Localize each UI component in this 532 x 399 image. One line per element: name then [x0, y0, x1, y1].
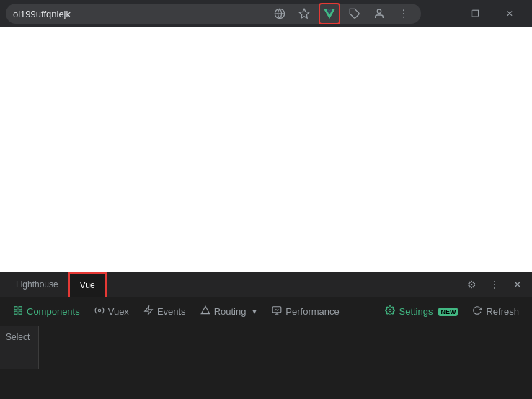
- select-label[interactable]: Select: [3, 329, 32, 345]
- svg-marker-13: [145, 306, 153, 315]
- settings-icon: [385, 305, 395, 318]
- vue-toolbar-routing[interactable]: Routing ▼: [193, 297, 265, 326]
- chrome-more-icon[interactable]: [394, 4, 414, 24]
- vue-toolbar-refresh[interactable]: Refresh: [465, 297, 526, 326]
- devtools-tab-actions: ⚙ ⋮ ✕: [463, 276, 526, 293]
- select-area: Select: [0, 326, 39, 369]
- svg-rect-15: [273, 307, 282, 313]
- window-controls: — ❐ ✕: [424, 0, 526, 27]
- routing-icon: [200, 305, 210, 318]
- refresh-icon: [472, 305, 482, 318]
- address-text: oi199uffqniejk: [13, 9, 265, 19]
- svg-point-5: [403, 9, 404, 11]
- svg-point-6: [403, 13, 404, 14]
- svg-point-12: [98, 309, 101, 312]
- performance-icon: [272, 305, 282, 318]
- components-icon: [13, 305, 23, 318]
- vue-toolbar-vuex[interactable]: Vuex: [87, 297, 136, 326]
- devtools-tabbar: Lighthouse Vue ⚙ ⋮ ✕: [0, 272, 532, 297]
- panel-main-area: [39, 326, 532, 369]
- svg-point-4: [377, 9, 381, 13]
- devtools-close-icon[interactable]: ✕: [509, 276, 526, 293]
- svg-rect-9: [19, 307, 22, 310]
- svg-point-16: [389, 309, 392, 312]
- chrome-topbar: oi199uffqniejk: [0, 0, 532, 27]
- page-content: [0, 27, 532, 272]
- profile-icon[interactable]: [369, 4, 389, 24]
- svg-rect-10: [19, 311, 22, 314]
- tab-vue[interactable]: Vue: [68, 272, 107, 297]
- minimize-button[interactable]: —: [424, 0, 457, 27]
- vue-toolbar-settings[interactable]: Settings NEW: [378, 297, 465, 326]
- svg-marker-2: [299, 9, 309, 18]
- extensions-icon[interactable]: [345, 4, 365, 24]
- devtools-settings-icon[interactable]: ⚙: [463, 276, 480, 293]
- vue-toolbar-components[interactable]: Components: [6, 297, 87, 326]
- settings-new-badge: NEW: [438, 308, 458, 316]
- vue-devtools-extension-icon[interactable]: [319, 3, 340, 24]
- tab-lighthouse[interactable]: Lighthouse: [6, 272, 68, 297]
- vue-toolbar-performance[interactable]: Performance: [265, 297, 346, 326]
- svg-marker-14: [201, 306, 210, 314]
- routing-chevron-icon: ▼: [251, 308, 257, 315]
- vue-panel-body: Select: [0, 326, 532, 369]
- vuex-icon: [94, 305, 105, 318]
- devtools-panel: Lighthouse Vue ⚙ ⋮ ✕ Components: [0, 272, 532, 399]
- vue-toolbar: Components Vuex Events: [0, 297, 532, 326]
- star-icon[interactable]: [294, 4, 314, 24]
- svg-point-7: [403, 17, 404, 18]
- maximize-button[interactable]: ❐: [458, 0, 492, 27]
- vue-toolbar-events[interactable]: Events: [136, 297, 193, 326]
- address-bar: oi199uffqniejk: [6, 4, 421, 24]
- close-button[interactable]: ✕: [493, 0, 526, 27]
- translate-icon[interactable]: [270, 4, 290, 24]
- svg-rect-11: [14, 311, 17, 314]
- svg-rect-8: [14, 307, 17, 310]
- events-icon: [143, 305, 154, 318]
- devtools-more-icon[interactable]: ⋮: [486, 276, 503, 293]
